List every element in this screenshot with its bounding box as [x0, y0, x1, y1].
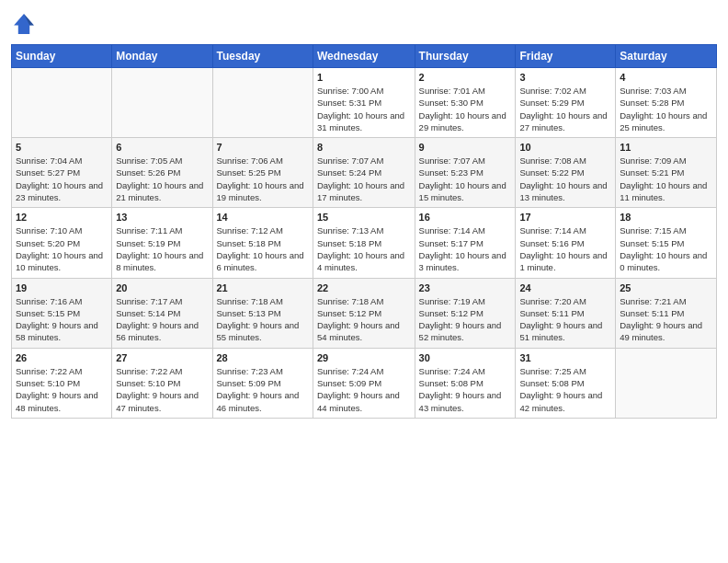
day-info: Sunrise: 7:07 AM Sunset: 5:24 PM Dayligh… — [317, 155, 411, 203]
day-number: 29 — [317, 352, 411, 363]
calendar-week-row: 26Sunrise: 7:22 AM Sunset: 5:10 PM Dayli… — [12, 348, 717, 418]
day-info: Sunrise: 7:22 AM Sunset: 5:10 PM Dayligh… — [116, 365, 208, 414]
day-info: Sunrise: 7:18 AM Sunset: 5:12 PM Dayligh… — [317, 295, 411, 344]
logo — [11, 11, 40, 37]
calendar-cell: 1Sunrise: 7:00 AM Sunset: 5:31 PM Daylig… — [313, 68, 415, 138]
calendar-cell: 8Sunrise: 7:07 AM Sunset: 5:24 PM Daylig… — [313, 138, 415, 208]
calendar-cell: 23Sunrise: 7:19 AM Sunset: 5:12 PM Dayli… — [415, 278, 516, 348]
calendar-cell: 10Sunrise: 7:08 AM Sunset: 5:22 PM Dayli… — [516, 138, 616, 208]
calendar-cell: 9Sunrise: 7:07 AM Sunset: 5:23 PM Daylig… — [415, 138, 516, 208]
weekday-header-saturday: Saturday — [616, 45, 717, 68]
day-info: Sunrise: 7:10 AM Sunset: 5:20 PM Dayligh… — [16, 224, 108, 273]
day-number: 28 — [217, 352, 309, 363]
day-number: 9 — [419, 142, 512, 153]
day-info: Sunrise: 7:12 AM Sunset: 5:18 PM Dayligh… — [217, 224, 309, 273]
weekday-header-friday: Friday — [516, 45, 616, 68]
weekday-header-thursday: Thursday — [415, 45, 516, 68]
calendar-cell: 31Sunrise: 7:25 AM Sunset: 5:08 PM Dayli… — [516, 348, 616, 418]
day-number: 26 — [16, 352, 108, 363]
day-info: Sunrise: 7:24 AM Sunset: 5:08 PM Dayligh… — [419, 365, 512, 414]
weekday-header-sunday: Sunday — [12, 45, 112, 68]
day-info: Sunrise: 7:14 AM Sunset: 5:17 PM Dayligh… — [419, 224, 512, 273]
calendar-cell — [616, 348, 717, 418]
day-number: 17 — [519, 212, 611, 223]
day-info: Sunrise: 7:15 AM Sunset: 5:15 PM Dayligh… — [620, 224, 712, 273]
day-info: Sunrise: 7:23 AM Sunset: 5:09 PM Dayligh… — [217, 365, 309, 414]
day-number: 15 — [317, 212, 411, 223]
calendar-table: SundayMondayTuesdayWednesdayThursdayFrid… — [11, 44, 717, 419]
calendar-cell: 15Sunrise: 7:13 AM Sunset: 5:18 PM Dayli… — [313, 208, 415, 278]
day-number: 3 — [519, 72, 611, 83]
day-number: 16 — [419, 212, 512, 223]
day-number: 30 — [419, 352, 512, 363]
day-number: 11 — [620, 142, 712, 153]
weekday-header-row: SundayMondayTuesdayWednesdayThursdayFrid… — [12, 45, 717, 68]
calendar-cell: 28Sunrise: 7:23 AM Sunset: 5:09 PM Dayli… — [212, 348, 313, 418]
day-info: Sunrise: 7:11 AM Sunset: 5:19 PM Dayligh… — [116, 224, 208, 273]
calendar-cell: 13Sunrise: 7:11 AM Sunset: 5:19 PM Dayli… — [112, 208, 212, 278]
day-number: 27 — [116, 352, 208, 363]
day-number: 20 — [116, 282, 208, 293]
logo-icon — [11, 11, 37, 37]
day-info: Sunrise: 7:06 AM Sunset: 5:25 PM Dayligh… — [217, 155, 309, 203]
day-number: 8 — [317, 142, 411, 153]
calendar-cell: 5Sunrise: 7:04 AM Sunset: 5:27 PM Daylig… — [12, 138, 112, 208]
calendar-cell: 25Sunrise: 7:21 AM Sunset: 5:11 PM Dayli… — [616, 278, 717, 348]
day-info: Sunrise: 7:19 AM Sunset: 5:12 PM Dayligh… — [419, 295, 512, 344]
calendar-cell: 11Sunrise: 7:09 AM Sunset: 5:21 PM Dayli… — [616, 138, 717, 208]
day-info: Sunrise: 7:09 AM Sunset: 5:21 PM Dayligh… — [620, 155, 712, 203]
day-number: 19 — [16, 282, 108, 293]
calendar-cell: 7Sunrise: 7:06 AM Sunset: 5:25 PM Daylig… — [212, 138, 313, 208]
calendar-cell: 29Sunrise: 7:24 AM Sunset: 5:09 PM Dayli… — [313, 348, 415, 418]
day-info: Sunrise: 7:04 AM Sunset: 5:27 PM Dayligh… — [16, 155, 108, 203]
day-info: Sunrise: 7:24 AM Sunset: 5:09 PM Dayligh… — [317, 365, 411, 414]
calendar-week-row: 12Sunrise: 7:10 AM Sunset: 5:20 PM Dayli… — [12, 208, 717, 278]
day-info: Sunrise: 7:14 AM Sunset: 5:16 PM Dayligh… — [519, 224, 611, 273]
calendar-cell: 24Sunrise: 7:20 AM Sunset: 5:11 PM Dayli… — [516, 278, 616, 348]
weekday-header-monday: Monday — [112, 45, 212, 68]
calendar-cell: 17Sunrise: 7:14 AM Sunset: 5:16 PM Dayli… — [516, 208, 616, 278]
calendar-week-row: 5Sunrise: 7:04 AM Sunset: 5:27 PM Daylig… — [12, 138, 717, 208]
day-number: 4 — [620, 72, 712, 83]
day-info: Sunrise: 7:22 AM Sunset: 5:10 PM Dayligh… — [16, 365, 108, 414]
calendar-cell: 19Sunrise: 7:16 AM Sunset: 5:15 PM Dayli… — [12, 278, 112, 348]
day-info: Sunrise: 7:18 AM Sunset: 5:13 PM Dayligh… — [217, 295, 309, 344]
day-info: Sunrise: 7:00 AM Sunset: 5:31 PM Dayligh… — [317, 85, 411, 133]
calendar-cell: 6Sunrise: 7:05 AM Sunset: 5:26 PM Daylig… — [112, 138, 212, 208]
calendar-cell — [112, 68, 212, 138]
day-number: 21 — [217, 282, 309, 293]
day-number: 18 — [620, 212, 712, 223]
calendar-cell: 14Sunrise: 7:12 AM Sunset: 5:18 PM Dayli… — [212, 208, 313, 278]
calendar-week-row: 1Sunrise: 7:00 AM Sunset: 5:31 PM Daylig… — [12, 68, 717, 138]
day-info: Sunrise: 7:21 AM Sunset: 5:11 PM Dayligh… — [620, 295, 712, 344]
day-number: 14 — [217, 212, 309, 223]
day-number: 13 — [116, 212, 208, 223]
calendar-week-row: 19Sunrise: 7:16 AM Sunset: 5:15 PM Dayli… — [12, 278, 717, 348]
day-number: 1 — [317, 72, 411, 83]
weekday-header-wednesday: Wednesday — [313, 45, 415, 68]
day-info: Sunrise: 7:08 AM Sunset: 5:22 PM Dayligh… — [519, 155, 611, 203]
calendar-cell: 2Sunrise: 7:01 AM Sunset: 5:30 PM Daylig… — [415, 68, 516, 138]
day-number: 7 — [217, 142, 309, 153]
day-number: 24 — [519, 282, 611, 293]
calendar-cell: 12Sunrise: 7:10 AM Sunset: 5:20 PM Dayli… — [12, 208, 112, 278]
day-info: Sunrise: 7:25 AM Sunset: 5:08 PM Dayligh… — [519, 365, 611, 414]
day-number: 2 — [419, 72, 512, 83]
day-info: Sunrise: 7:01 AM Sunset: 5:30 PM Dayligh… — [419, 85, 512, 133]
calendar-cell: 18Sunrise: 7:15 AM Sunset: 5:15 PM Dayli… — [616, 208, 717, 278]
day-number: 22 — [317, 282, 411, 293]
calendar-cell — [12, 68, 112, 138]
day-info: Sunrise: 7:07 AM Sunset: 5:23 PM Dayligh… — [419, 155, 512, 203]
day-info: Sunrise: 7:17 AM Sunset: 5:14 PM Dayligh… — [116, 295, 208, 344]
day-info: Sunrise: 7:13 AM Sunset: 5:18 PM Dayligh… — [317, 224, 411, 273]
calendar-cell: 27Sunrise: 7:22 AM Sunset: 5:10 PM Dayli… — [112, 348, 212, 418]
day-info: Sunrise: 7:03 AM Sunset: 5:28 PM Dayligh… — [620, 85, 712, 133]
day-info: Sunrise: 7:02 AM Sunset: 5:29 PM Dayligh… — [519, 85, 611, 133]
day-number: 31 — [519, 352, 611, 363]
day-number: 12 — [16, 212, 108, 223]
calendar-cell: 26Sunrise: 7:22 AM Sunset: 5:10 PM Dayli… — [12, 348, 112, 418]
header — [11, 11, 717, 37]
day-number: 10 — [519, 142, 611, 153]
calendar-cell: 20Sunrise: 7:17 AM Sunset: 5:14 PM Dayli… — [112, 278, 212, 348]
calendar-cell: 21Sunrise: 7:18 AM Sunset: 5:13 PM Dayli… — [212, 278, 313, 348]
